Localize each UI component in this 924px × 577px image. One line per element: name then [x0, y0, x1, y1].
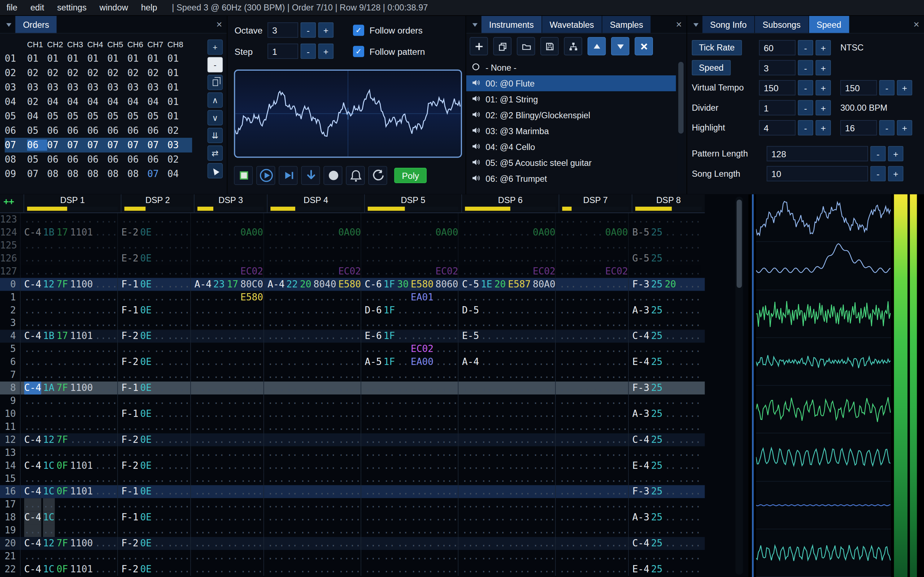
channel-header-dsp-1[interactable]: DSP 1 [23, 194, 121, 213]
pattern-cell[interactable]: ........... [555, 485, 628, 498]
pattern-cell[interactable]: ............... [20, 369, 117, 382]
order-cell[interactable]: 07 [27, 168, 47, 180]
song-length-decrease-button[interactable]: - [870, 166, 885, 181]
expand-channels-button[interactable]: ++ [0, 194, 23, 213]
order-cell[interactable]: 01 [47, 53, 68, 64]
pattern-cell[interactable]: ........... [190, 239, 263, 252]
pattern-cell[interactable]: ........... [117, 472, 190, 485]
pattern-cell[interactable]: ............... [360, 369, 458, 382]
channel-header-dsp-4[interactable]: DSP 4 [267, 194, 364, 213]
pattern-cell[interactable]: ........... [628, 395, 701, 408]
order-cell[interactable]: 07 [147, 168, 168, 180]
pattern-cell[interactable]: C-41C0F1101.... [20, 485, 117, 498]
pattern-cell[interactable]: C-4127F1100.... [20, 278, 117, 291]
instrument-item-none[interactable]: - None - [466, 60, 676, 76]
pattern-cell[interactable]: ........... [555, 537, 628, 550]
pattern-cell[interactable]: F-20E...... [117, 563, 190, 576]
pattern-cell[interactable]: ............... [458, 485, 555, 498]
pattern-cell[interactable]: ............... [360, 550, 458, 563]
pattern-cell[interactable]: ............... [263, 550, 360, 563]
highlight-second-increase-button[interactable]: + [897, 120, 912, 135]
order-cell[interactable]: 03 [67, 82, 87, 93]
pattern-cell[interactable]: ............... [360, 485, 458, 498]
pattern-cell[interactable]: ............... [458, 537, 555, 550]
instrument-item[interactable]: 01: @1 String [466, 91, 676, 107]
tab-speed[interactable]: Speed [809, 16, 849, 33]
pattern-cell[interactable]: D-5............ [458, 304, 555, 317]
order-cell[interactable]: 02 [47, 68, 68, 79]
scrollbar-thumb[interactable] [678, 62, 683, 134]
exchange-orders-button[interactable]: ⇄ [208, 145, 223, 161]
pattern-cell[interactable]: ............... [458, 239, 555, 252]
song-length-increase-button[interactable]: + [888, 166, 903, 181]
remove-order-button[interactable]: - [208, 57, 223, 72]
order-cell[interactable]: 02 [107, 68, 128, 79]
menu-item-file[interactable]: file [0, 3, 24, 12]
pattern-cell[interactable]: ............... [20, 291, 117, 304]
tab-orders[interactable]: Orders [15, 16, 57, 33]
order-cell[interactable]: 05 [27, 125, 47, 136]
order-row-number[interactable]: 08 [5, 154, 27, 165]
order-cell[interactable]: 01 [168, 53, 188, 64]
pattern-cell[interactable]: ............... [20, 356, 117, 369]
pattern-cell[interactable]: A-325...... [628, 408, 701, 421]
pattern-cell[interactable]: ........... [190, 304, 263, 317]
pattern-cell[interactable]: E-20E...... [117, 252, 190, 265]
add-order-button[interactable]: + [208, 39, 223, 55]
pattern-cell[interactable]: ........... [190, 550, 263, 563]
order-cell[interactable]: 01 [67, 53, 87, 64]
pattern-cell[interactable]: E-61F.......... [360, 330, 458, 343]
pattern-cell[interactable]: E-425...... [628, 459, 701, 472]
order-cell[interactable]: 04 [87, 96, 108, 108]
pattern-cell[interactable]: ........... [190, 511, 263, 524]
pattern-cell[interactable]: .......0A00 [190, 226, 263, 239]
pattern-cell[interactable]: ............... [20, 343, 117, 356]
order-cell[interactable]: 07 [147, 140, 168, 151]
tab-samples[interactable]: Samples [603, 16, 651, 33]
duplicate-order-button[interactable] [208, 75, 223, 90]
channel-header-dsp-3[interactable]: DSP 3 [194, 194, 267, 213]
order-cell[interactable]: 04 [147, 96, 168, 108]
highlight-first-increase-button[interactable]: + [816, 120, 831, 135]
pattern-cell[interactable]: C-41C0F1101.... [20, 563, 117, 576]
order-cell[interactable]: 06 [47, 154, 68, 165]
pattern-cell[interactable]: ........... [555, 459, 628, 472]
pattern-cell[interactable]: ............... [360, 524, 458, 537]
pattern-cell[interactable]: ............... [263, 343, 360, 356]
pattern-cell[interactable]: C-4127F1100.... [20, 537, 117, 550]
order-cell[interactable]: 01 [168, 111, 188, 122]
pattern-cell[interactable]: ........... [190, 446, 263, 459]
divider-decrease-button[interactable]: - [798, 100, 813, 115]
pattern-cell[interactable]: ............... [360, 472, 458, 485]
pattern-cell[interactable]: ............... [458, 459, 555, 472]
pattern-cell[interactable]: ............... [458, 213, 555, 226]
order-cell[interactable]: 01 [128, 53, 148, 64]
order-row-number[interactable]: 05 [5, 111, 27, 122]
pattern-cell[interactable]: D-61F.......... [360, 304, 458, 317]
order-cell[interactable]: 07 [67, 140, 87, 151]
tab-song-info[interactable]: Song Info [703, 16, 754, 33]
pattern-cell[interactable]: ............... [360, 382, 458, 395]
record-button[interactable] [323, 166, 342, 185]
pattern-cell[interactable]: ............... [20, 421, 117, 434]
pattern-cell[interactable]: ........... [190, 369, 263, 382]
pattern-cell[interactable]: ............... [458, 524, 555, 537]
pattern-cell[interactable]: A-325...... [628, 511, 701, 524]
pattern-cell[interactable]: C-41C0F1101.... [20, 459, 117, 472]
order-cell[interactable]: 06 [147, 125, 168, 136]
pattern-cell[interactable]: F-10E...... [117, 382, 190, 395]
pattern-cell[interactable]: ............... [263, 524, 360, 537]
virtual-tempo-denominator-increase-button[interactable]: + [897, 80, 912, 95]
pattern-cell[interactable]: ............... [458, 317, 555, 330]
pattern-cell[interactable]: C-425...... [628, 330, 701, 343]
pattern-cell[interactable]: ............... [458, 382, 555, 395]
menu-item-window[interactable]: window [93, 3, 135, 12]
pattern-cell[interactable]: ............... [360, 446, 458, 459]
order-cell[interactable]: 06 [128, 154, 148, 165]
move-order-down-button[interactable]: ∨ [208, 110, 223, 125]
speed-decrease-button[interactable]: - [798, 60, 813, 76]
pattern-cell[interactable]: ............... [458, 498, 555, 511]
pattern-cell[interactable]: ............... [263, 446, 360, 459]
instrument-item[interactable]: 03: @3 Marimba [466, 123, 676, 139]
pattern-cell[interactable]: C-61F30E5808060 [360, 278, 458, 291]
